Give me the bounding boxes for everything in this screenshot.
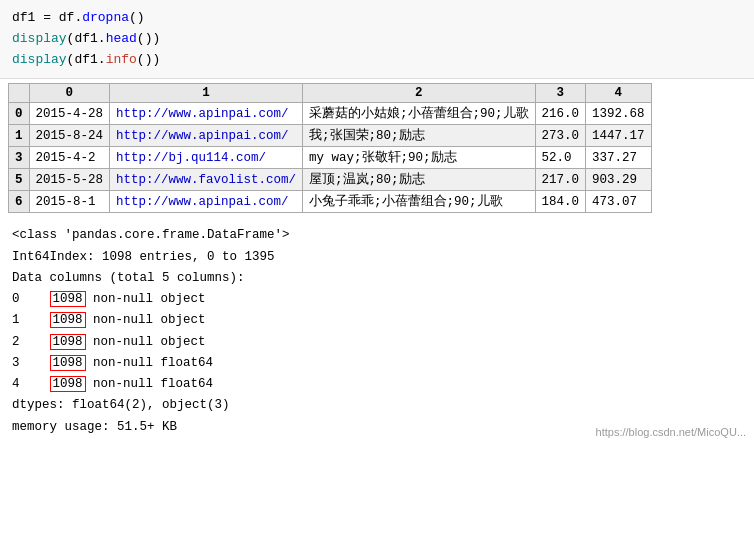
- cell-col2: my way;张敬轩;90;励志: [303, 147, 536, 169]
- col2-count: 1098: [50, 334, 86, 350]
- cell-col3: 273.0: [535, 125, 586, 147]
- cell-col2: 小兔子乖乖;小蓓蕾组合;90;儿歌: [303, 191, 536, 213]
- row-index: 5: [9, 169, 30, 191]
- cell-col0: 2015-8-1: [29, 191, 110, 213]
- col-header-index: [9, 84, 30, 103]
- cell-col4: 1447.17: [586, 125, 652, 147]
- cell-col4: 473.07: [586, 191, 652, 213]
- info-index-line: Int64Index: 1098 entries, 0 to 1395: [12, 247, 742, 268]
- cell-col2: 采蘑菇的小姑娘;小蓓蕾组合;90;儿歌: [303, 103, 536, 125]
- col4-count: 1098: [50, 376, 86, 392]
- cell-col3: 184.0: [535, 191, 586, 213]
- col0-count: 1098: [50, 291, 86, 307]
- cell-col3: 52.0: [535, 147, 586, 169]
- cell-col0: 2015-4-28: [29, 103, 110, 125]
- col-header-2: 2: [303, 84, 536, 103]
- code-line-2: display(df1.head()): [12, 29, 742, 50]
- table-row: 3 2015-4-2 http://bj.qu114.com/ my way;张…: [9, 147, 652, 169]
- col-header-4: 4: [586, 84, 652, 103]
- col-header-0: 0: [29, 84, 110, 103]
- cell-col1: http://bj.qu114.com/: [110, 147, 303, 169]
- table-row: 6 2015-8-1 http://www.apinpai.com/ 小兔子乖乖…: [9, 191, 652, 213]
- info-col0-line: 0 1098 non-null object: [12, 289, 742, 310]
- info-col3-line: 3 1098 non-null float64: [12, 353, 742, 374]
- cell-col0: 2015-5-28: [29, 169, 110, 191]
- info-col4-line: 4 1098 non-null float64: [12, 374, 742, 395]
- info-dtypes-line: dtypes: float64(2), object(3): [12, 395, 742, 416]
- info-block: <class 'pandas.core.frame.DataFrame'> In…: [0, 217, 754, 446]
- row-index: 1: [9, 125, 30, 147]
- info-class-line: <class 'pandas.core.frame.DataFrame'>: [12, 225, 742, 246]
- col-header-3: 3: [535, 84, 586, 103]
- col1-count: 1098: [50, 312, 86, 328]
- code-block: df1 = df.dropna() display(df1.head()) di…: [0, 0, 754, 79]
- table-header-row: 0 1 2 3 4: [9, 84, 652, 103]
- info-col2-line: 2 1098 non-null object: [12, 332, 742, 353]
- cell-col1: http://www.apinpai.com/: [110, 125, 303, 147]
- cell-col4: 337.27: [586, 147, 652, 169]
- watermark: https://blog.csdn.net/MicoQU...: [596, 423, 746, 442]
- info-columns-line: Data columns (total 5 columns):: [12, 268, 742, 289]
- col-header-1: 1: [110, 84, 303, 103]
- code-line-3: display(df1.info()): [12, 50, 742, 71]
- code-line-1: df1 = df.dropna(): [12, 8, 742, 29]
- row-index: 6: [9, 191, 30, 213]
- cell-col2: 我;张国荣;80;励志: [303, 125, 536, 147]
- cell-col2: 屋顶;温岚;80;励志: [303, 169, 536, 191]
- cell-col1: http://www.favolist.com/: [110, 169, 303, 191]
- table-row: 5 2015-5-28 http://www.favolist.com/ 屋顶;…: [9, 169, 652, 191]
- table-row: 1 2015-8-24 http://www.apinpai.com/ 我;张国…: [9, 125, 652, 147]
- info-col1-line: 1 1098 non-null object: [12, 310, 742, 331]
- row-index: 3: [9, 147, 30, 169]
- cell-col4: 903.29: [586, 169, 652, 191]
- cell-col0: 2015-8-24: [29, 125, 110, 147]
- table-row: 0 2015-4-28 http://www.apinpai.com/ 采蘑菇的…: [9, 103, 652, 125]
- cell-col1: http://www.apinpai.com/: [110, 191, 303, 213]
- row-index: 0: [9, 103, 30, 125]
- cell-col1: http://www.apinpai.com/: [110, 103, 303, 125]
- cell-col3: 216.0: [535, 103, 586, 125]
- table-container: 0 1 2 3 4 0 2015-4-28 http://www.apinpai…: [0, 79, 754, 217]
- data-table: 0 1 2 3 4 0 2015-4-28 http://www.apinpai…: [8, 83, 652, 213]
- cell-col0: 2015-4-2: [29, 147, 110, 169]
- cell-col3: 217.0: [535, 169, 586, 191]
- col3-count: 1098: [50, 355, 86, 371]
- cell-col4: 1392.68: [586, 103, 652, 125]
